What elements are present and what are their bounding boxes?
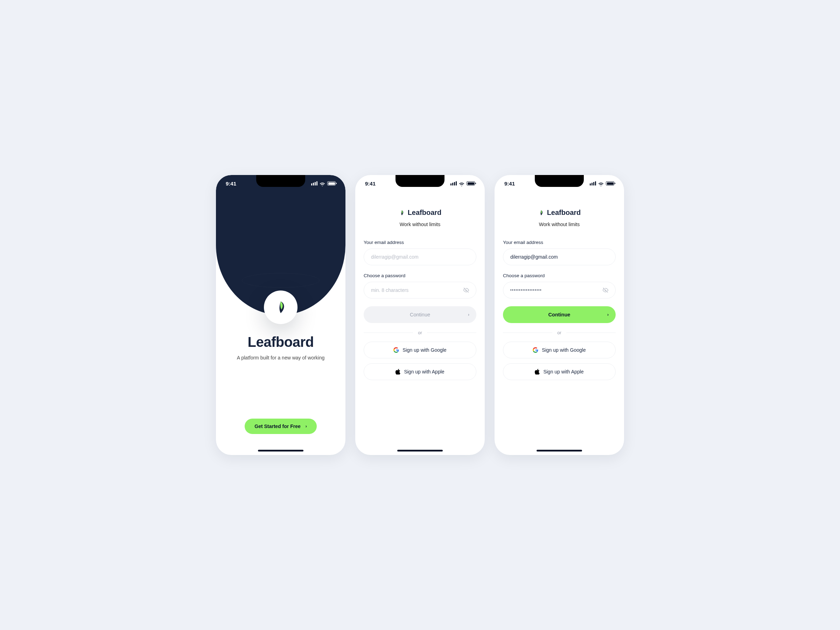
signup-google-button[interactable]: Sign up with Google [503,342,616,358]
signup-apple-button[interactable]: Sign up with Apple [503,363,616,380]
apple-label: Sign up with Apple [404,369,444,374]
status-time: 9:41 [226,181,236,186]
screen-signup-empty: 9:41 Leafboard Work without limits Y [355,175,485,455]
brand-row: Leafboard [399,208,442,217]
password-label: Choose a password [503,273,616,278]
password-input[interactable]: •••••••••••••••••• [503,282,616,298]
leaf-icon [273,300,288,315]
email-input[interactable] [364,248,476,265]
leaf-icon [538,210,544,216]
signal-icon [590,181,596,185]
eye-off-icon [463,287,469,293]
email-label: Your email address [503,240,616,245]
chevron-right-icon: › [306,424,307,429]
app-subtitle: A platform built for a new way of workin… [226,355,335,360]
or-divider: or [364,330,476,335]
email-label: Your email address [364,240,476,245]
status-icons [590,181,614,185]
eye-off-icon [602,287,609,293]
status-icons [450,181,475,185]
battery-icon [327,181,336,185]
continue-button[interactable]: Continue › [503,306,616,323]
toggle-password-visibility-button[interactable] [462,286,471,295]
signup-google-button[interactable]: Sign up with Google [364,342,476,358]
continue-label: Continue [548,312,570,317]
google-label: Sign up with Google [403,347,446,353]
app-title: Leafboard [226,334,335,350]
get-started-button[interactable]: Get Started for Free › [245,418,316,434]
chevron-right-icon: › [468,312,469,317]
home-indicator [258,450,303,452]
signal-icon [311,181,317,185]
brand-name: Leafboard [408,208,442,217]
tagline: Work without limits [355,221,485,227]
continue-button[interactable]: Continue › [364,306,476,323]
or-label: or [418,330,422,335]
apple-label: Sign up with Apple [543,369,583,374]
apple-icon [535,369,540,374]
battery-icon [606,181,614,185]
signup-apple-button[interactable]: Sign up with Apple [364,363,476,380]
password-label: Choose a password [364,273,476,278]
google-icon [533,347,538,353]
brand-row: Leafboard [538,208,581,217]
password-masked-value: •••••••••••••••••• [510,288,542,292]
get-started-label: Get Started for Free [254,423,300,429]
hero-content: Leafboard A platform built for a new way… [216,334,346,360]
device-notch [256,175,305,187]
wifi-icon [459,181,464,185]
device-notch [535,175,584,187]
or-label: or [557,330,561,335]
status-time: 9:41 [365,181,376,186]
wifi-icon [319,181,325,185]
google-label: Sign up with Google [542,347,586,353]
battery-icon [467,181,475,185]
leaf-icon [399,210,405,216]
email-input[interactable] [503,248,616,265]
chevron-right-icon: › [607,312,609,317]
toggle-password-visibility-button[interactable] [601,286,610,295]
screen-onboarding: 9:41 Leafboard A platform built for a ne… [216,175,346,455]
home-indicator [537,450,582,452]
password-input[interactable] [364,282,476,298]
apple-icon [395,369,400,374]
app-logo-badge [264,291,297,324]
brand-name: Leafboard [547,208,581,217]
signal-icon [450,181,457,185]
continue-label: Continue [410,312,430,317]
google-icon [393,347,399,353]
status-time: 9:41 [504,181,515,186]
status-icons [311,181,336,185]
wifi-icon [598,181,604,185]
device-notch [395,175,445,187]
screen-signup-filled: 9:41 Leafboard Work without limits Y [494,175,624,455]
tagline: Work without limits [494,221,624,227]
or-divider: or [503,330,616,335]
home-indicator [397,450,443,452]
